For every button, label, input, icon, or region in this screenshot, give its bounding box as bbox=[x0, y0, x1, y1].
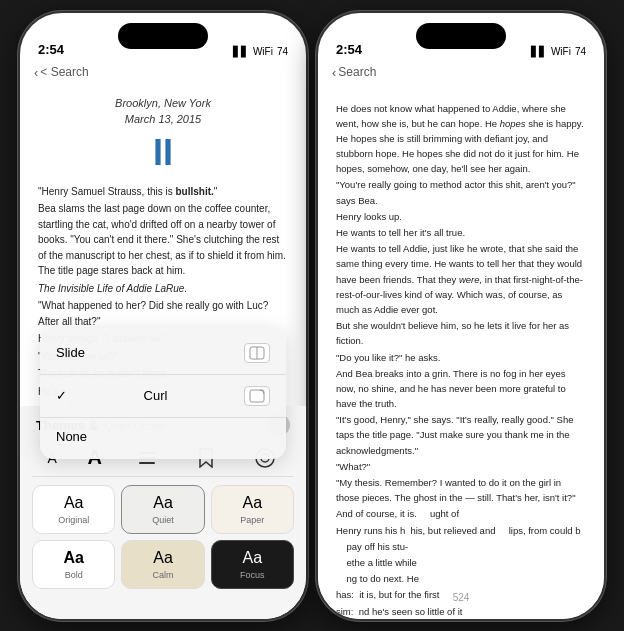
theme-focus-label: Focus bbox=[240, 570, 265, 580]
para-2: Bea slams the last page down on the coff… bbox=[38, 201, 288, 279]
rp-16: ng to do next. He bbox=[336, 571, 586, 586]
book-header: Brooklyn, New YorkMarch 13, 2015 II bbox=[38, 95, 288, 174]
theme-calm[interactable]: Aa Calm bbox=[121, 540, 204, 589]
rp-10: "What?" bbox=[336, 459, 586, 474]
para-4: "What happened to her? Did she really go… bbox=[38, 298, 288, 329]
page-number: 524 bbox=[453, 592, 470, 603]
phone-right: 2:54 ▋▋ WiFi 74 ‹ Search He does not kno… bbox=[316, 11, 606, 621]
theme-grid: Aa Original Aa Quiet Aa Paper Aa Bold Aa bbox=[32, 485, 294, 589]
rp-14: pay off his stu- bbox=[336, 539, 586, 554]
book-text-right: He does not know what happened to Addie,… bbox=[336, 101, 586, 619]
back-button-left[interactable]: ‹ < Search bbox=[34, 65, 89, 80]
dynamic-island-right bbox=[416, 23, 506, 49]
scroll-none[interactable]: None bbox=[40, 420, 286, 453]
scroll-slide[interactable]: Slide bbox=[40, 334, 286, 372]
theme-bold[interactable]: Aa Bold bbox=[32, 540, 115, 589]
wifi-icon-right: WiFi bbox=[551, 46, 571, 57]
book-location: Brooklyn, New YorkMarch 13, 2015 bbox=[38, 95, 288, 128]
svg-rect-2 bbox=[250, 390, 264, 402]
theme-focus-aa: Aa bbox=[243, 549, 263, 567]
scroll-curl[interactable]: ✓ Curl bbox=[40, 377, 286, 415]
scroll-panel: Slide ✓ Curl None bbox=[40, 328, 286, 459]
status-icons-left: ▋▋ WiFi 74 bbox=[233, 46, 288, 57]
phone-left: 2:54 ▋▋ WiFi 74 ‹ < Search Brooklyn, New… bbox=[18, 11, 308, 621]
rp-2: "You're really going to method actor thi… bbox=[336, 177, 586, 207]
rp-12: And of course, it is. ught of bbox=[336, 506, 586, 521]
slide-icon-box bbox=[244, 343, 270, 363]
theme-bold-label: Bold bbox=[65, 570, 83, 580]
battery-icon: 74 bbox=[277, 46, 288, 57]
dynamic-island bbox=[118, 23, 208, 49]
rp-11: "My thesis. Remember? I wanted to do it … bbox=[336, 475, 586, 505]
rp-9: "It's good, Henry," she says. "It's real… bbox=[336, 412, 586, 458]
back-button-right[interactable]: ‹ Search bbox=[332, 65, 376, 80]
theme-calm-label: Calm bbox=[152, 570, 173, 580]
rp-8: And Bea breaks into a grin. There is no … bbox=[336, 366, 586, 412]
rp-7: "Do you like it?" he asks. bbox=[336, 350, 586, 365]
none-label: None bbox=[56, 429, 87, 444]
book-content-right: He does not know what happened to Addie,… bbox=[318, 63, 604, 619]
rp-3: Henry looks up. bbox=[336, 209, 586, 224]
para-3: The Invisible Life of Addie LaRue. bbox=[38, 281, 288, 297]
signal-icon-right: ▋▋ bbox=[531, 46, 547, 57]
chevron-left-icon: ‹ bbox=[34, 65, 38, 80]
wifi-icon: WiFi bbox=[253, 46, 273, 57]
phones-container: 2:54 ▋▋ WiFi 74 ‹ < Search Brooklyn, New… bbox=[8, 1, 616, 631]
para-1: "Henry Samuel Strauss, this is bullshit.… bbox=[38, 184, 288, 200]
theme-original[interactable]: Aa Original bbox=[32, 485, 115, 534]
chapter-number: II bbox=[38, 132, 288, 174]
slide-label: Slide bbox=[56, 345, 85, 360]
nav-back-left[interactable]: ‹ < Search bbox=[34, 65, 89, 80]
battery-icon-right: 74 bbox=[575, 46, 586, 57]
status-time-right: 2:54 bbox=[336, 42, 362, 57]
rp-4: He wants to tell her it's all true. bbox=[336, 225, 586, 240]
chevron-left-icon-right: ‹ bbox=[332, 65, 336, 80]
theme-paper[interactable]: Aa Paper bbox=[211, 485, 294, 534]
theme-paper-label: Paper bbox=[240, 515, 264, 525]
theme-focus[interactable]: Aa Focus bbox=[211, 540, 294, 589]
theme-quiet-label: Quiet bbox=[152, 515, 174, 525]
theme-original-label: Original bbox=[58, 515, 89, 525]
nav-back-right[interactable]: ‹ Search bbox=[332, 65, 376, 80]
rp-15: ethe a little while bbox=[336, 555, 586, 570]
curl-icon-box bbox=[244, 386, 270, 406]
check-icon: ✓ bbox=[56, 388, 67, 403]
svg-rect-5 bbox=[139, 462, 155, 464]
rp-6: But she wouldn't believe him, so he lets… bbox=[336, 318, 586, 348]
signal-icon: ▋▋ bbox=[233, 46, 249, 57]
theme-quiet[interactable]: Aa Quiet bbox=[121, 485, 204, 534]
theme-quiet-aa: Aa bbox=[153, 494, 173, 512]
rp-18: sim: nd he's seen so little of it bbox=[336, 604, 586, 619]
theme-paper-aa: Aa bbox=[243, 494, 263, 512]
rp-1: He does not know what happened to Addie,… bbox=[336, 101, 586, 177]
curl-label: Curl bbox=[144, 388, 168, 403]
rp-13: Henry runs his h his, but relieved and l… bbox=[336, 523, 586, 538]
rp-5: He wants to tell Addie, just like he wro… bbox=[336, 241, 586, 317]
theme-bold-aa: Aa bbox=[63, 549, 83, 567]
theme-original-aa: Aa bbox=[64, 494, 84, 512]
status-icons-right: ▋▋ WiFi 74 bbox=[531, 46, 586, 57]
theme-calm-aa: Aa bbox=[153, 549, 173, 567]
status-time-left: 2:54 bbox=[38, 42, 64, 57]
